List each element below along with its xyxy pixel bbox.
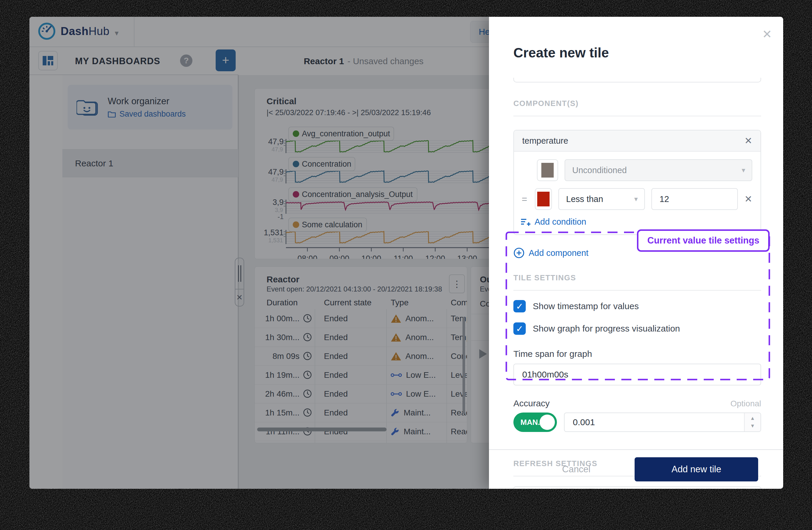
divider: [513, 116, 761, 116]
toggle-knob[interactable]: [539, 415, 555, 430]
color-swatch-button[interactable]: [537, 159, 558, 181]
components-section-label: COMPONENT(S): [513, 99, 761, 108]
create-tile-modal: ✕ Create new tile COMPONENT(S) temperatu…: [489, 17, 783, 489]
chevron-down-icon: ▾: [742, 166, 745, 174]
tile-name-input-bottom[interactable]: [513, 78, 761, 82]
condition-select-disabled[interactable]: Unconditioned ▾: [565, 159, 752, 181]
modal-title: Create new tile: [513, 45, 761, 61]
checkbox-checked-icon[interactable]: ✓: [513, 322, 526, 335]
optional-label: Optional: [730, 399, 761, 408]
component-card: temperature ✕ Unconditioned ▾ = Less th: [513, 130, 761, 235]
annotation-label: Current value tile settings: [637, 229, 770, 252]
color-swatch-button[interactable]: [535, 188, 552, 210]
add-component-icon: [513, 247, 525, 259]
cancel-button[interactable]: Cancel: [562, 464, 591, 475]
accuracy-mode-toggle[interactable]: MAN.: [513, 413, 557, 432]
tile-settings-label: TILE SETTINGS: [513, 273, 761, 282]
close-icon[interactable]: ✕: [762, 27, 772, 41]
add-condition-link[interactable]: Add condition: [520, 217, 752, 227]
operator-label: =: [520, 194, 528, 205]
time-span-label: Time span for graph: [513, 349, 761, 359]
modal-footer: Cancel Add new tile: [489, 449, 783, 489]
checkbox-show-timestamp[interactable]: ✓ Show timestamp for values: [513, 299, 761, 313]
divider: [513, 290, 761, 291]
time-span-input[interactable]: 01h00m00s: [513, 364, 761, 386]
condition-row-unconditioned: Unconditioned ▾: [520, 159, 752, 181]
accuracy-label: Accuracy: [513, 399, 550, 408]
component-card-header: temperature ✕: [514, 130, 760, 152]
condition-operator-select[interactable]: Less than ▾: [559, 188, 645, 210]
checkbox-show-graph[interactable]: ✓ Show graph for progress visualization: [513, 322, 761, 335]
accuracy-value-input[interactable]: 0.001 ▲▼: [564, 413, 761, 432]
component-name: temperature: [522, 136, 568, 146]
remove-component-icon[interactable]: ✕: [744, 135, 752, 147]
chevron-down-icon: ▾: [634, 195, 638, 203]
app-window: DashHub ▾ Help MY DASHBOARDS ? + Reactor…: [29, 17, 783, 489]
number-stepper[interactable]: ▲▼: [744, 413, 760, 431]
remove-condition-icon[interactable]: ✕: [744, 193, 752, 205]
add-new-tile-button[interactable]: Add new tile: [635, 457, 758, 482]
add-condition-icon: [520, 218, 531, 226]
condition-row-less-than: = Less than ▾ 12 ✕: [520, 188, 752, 210]
checkbox-checked-icon[interactable]: ✓: [513, 300, 526, 312]
condition-value-input[interactable]: 12: [651, 188, 738, 210]
